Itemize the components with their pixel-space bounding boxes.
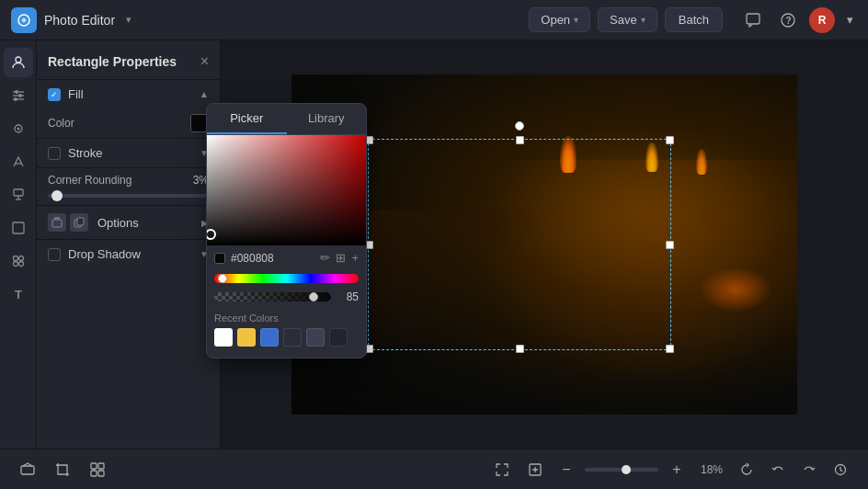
topbar: Photo Editor ▾ Open ▾ Save ▾ Batch ? R ▾ — [0, 0, 868, 40]
left-sidebar: T — [0, 40, 37, 489]
recent-color-4[interactable] — [306, 328, 325, 347]
recent-colors-label: Recent Colors — [214, 313, 359, 324]
grid-bottom-icon[interactable] — [85, 457, 110, 483]
svg-point-17 — [13, 262, 17, 267]
tab-picker[interactable]: Picker — [207, 104, 287, 134]
save-button[interactable]: Save ▾ — [598, 7, 657, 32]
account-chevron-icon[interactable]: ▾ — [842, 6, 857, 34]
sidebar-item-view[interactable] — [4, 114, 33, 143]
history-icon[interactable] — [828, 457, 853, 483]
svg-point-10 — [14, 97, 17, 101]
stroke-checkbox[interactable] — [48, 147, 61, 160]
open-button[interactable]: Open ▾ — [529, 7, 590, 32]
recent-colors-row — [214, 328, 359, 347]
corner-rounding-slider[interactable] — [48, 194, 209, 198]
zoom-thumb[interactable] — [622, 465, 631, 474]
redo-icon[interactable] — [796, 457, 822, 483]
color-gradient-canvas[interactable] — [207, 135, 366, 245]
svg-rect-26 — [77, 218, 84, 225]
sidebar-item-people[interactable] — [4, 48, 33, 77]
crop-bottom-icon[interactable] — [50, 457, 75, 483]
picker-tabs: Picker Library — [207, 104, 366, 135]
action-icons — [734, 457, 853, 483]
app-logo[interactable] — [11, 7, 37, 33]
recent-color-5[interactable] — [329, 328, 348, 347]
svg-rect-30 — [91, 471, 97, 476]
sidebar-item-brush[interactable] — [4, 180, 33, 210]
corner-rounding-thumb[interactable] — [51, 190, 63, 201]
zoom-value: 18% — [695, 463, 723, 476]
svg-point-8 — [18, 94, 22, 97]
chat-icon[interactable] — [739, 6, 767, 34]
svg-rect-14 — [13, 222, 24, 233]
sidebar-item-presets[interactable] — [4, 246, 33, 276]
hex-color-preview — [214, 253, 225, 264]
sidebar-item-effects[interactable] — [4, 147, 33, 176]
alpha-value: 85 — [337, 290, 359, 303]
svg-rect-29 — [98, 463, 104, 469]
recent-color-3[interactable] — [283, 328, 302, 347]
svg-rect-27 — [21, 466, 34, 474]
panel-title: Rectangle Properties — [48, 54, 177, 69]
hue-thumb[interactable] — [218, 274, 227, 283]
zoom-slider[interactable] — [585, 468, 658, 472]
app-name-chevron-icon: ▾ — [126, 14, 131, 26]
svg-rect-1 — [747, 14, 760, 24]
hex-input[interactable] — [231, 252, 286, 265]
svg-point-18 — [18, 262, 23, 267]
zoom-controls: − + 18% — [489, 457, 723, 483]
panel-close-button[interactable]: × — [200, 53, 209, 70]
save-chevron-icon: ▾ — [641, 15, 645, 25]
sidebar-item-shapes[interactable] — [4, 213, 33, 243]
recent-color-1[interactable] — [237, 328, 256, 347]
sidebar-item-text[interactable]: T — [4, 279, 33, 309]
svg-rect-28 — [91, 463, 97, 469]
undo-icon[interactable] — [765, 457, 791, 483]
fill-checkbox[interactable] — [48, 88, 61, 101]
grid-icon[interactable]: ⊞ — [336, 251, 346, 265]
sidebar-item-adjust[interactable] — [4, 81, 33, 110]
svg-text:?: ? — [786, 16, 792, 26]
stroke-label: Stroke — [68, 146, 192, 160]
fill-expand-icon[interactable]: ▲ — [200, 89, 209, 99]
svg-rect-23 — [52, 220, 62, 227]
zoom-in-button[interactable]: + — [666, 459, 688, 481]
eyedropper-icon[interactable]: ✏ — [320, 251, 330, 265]
recent-color-0[interactable] — [214, 328, 233, 347]
delete-option-icon[interactable] — [48, 213, 66, 232]
help-icon[interactable]: ? — [774, 6, 802, 34]
fill-label: Fill — [68, 87, 192, 101]
add-icon[interactable]: + — [351, 251, 359, 265]
canvas-background — [291, 74, 797, 415]
svg-point-12 — [17, 128, 19, 131]
alpha-slider[interactable] — [214, 292, 331, 301]
batch-button[interactable]: Batch — [665, 7, 723, 32]
refresh-icon[interactable] — [734, 457, 760, 483]
transform-icon[interactable] — [522, 457, 548, 483]
svg-rect-13 — [14, 189, 23, 196]
layers-bottom-icon[interactable] — [15, 457, 40, 483]
color-label: Color — [48, 117, 74, 130]
hue-slider[interactable] — [214, 274, 359, 283]
properties-panel: Rectangle Properties × Fill ▲ Color Stro… — [37, 40, 221, 489]
options-label: Options — [97, 216, 196, 230]
recent-color-2[interactable] — [260, 328, 279, 347]
app-name: Photo Editor — [44, 13, 115, 28]
duplicate-option-icon[interactable] — [70, 213, 88, 232]
svg-point-6 — [15, 90, 18, 94]
corner-rounding-label: Corner Rounding — [48, 174, 186, 187]
svg-point-4 — [16, 57, 21, 63]
tab-library[interactable]: Library — [287, 104, 367, 134]
svg-rect-31 — [98, 471, 104, 476]
user-avatar[interactable]: R — [809, 7, 835, 33]
svg-point-15 — [13, 256, 17, 261]
drop-shadow-label: Drop Shadow — [68, 247, 192, 261]
zoom-out-button[interactable]: − — [555, 459, 577, 481]
drop-shadow-checkbox[interactable] — [48, 248, 61, 261]
fullscreen-icon[interactable] — [489, 457, 515, 483]
alpha-thumb[interactable] — [309, 292, 318, 301]
svg-text:T: T — [15, 288, 22, 301]
open-chevron-icon: ▾ — [574, 15, 578, 25]
canvas-image — [291, 74, 797, 415]
bottom-bar: − + 18% — [0, 449, 868, 489]
